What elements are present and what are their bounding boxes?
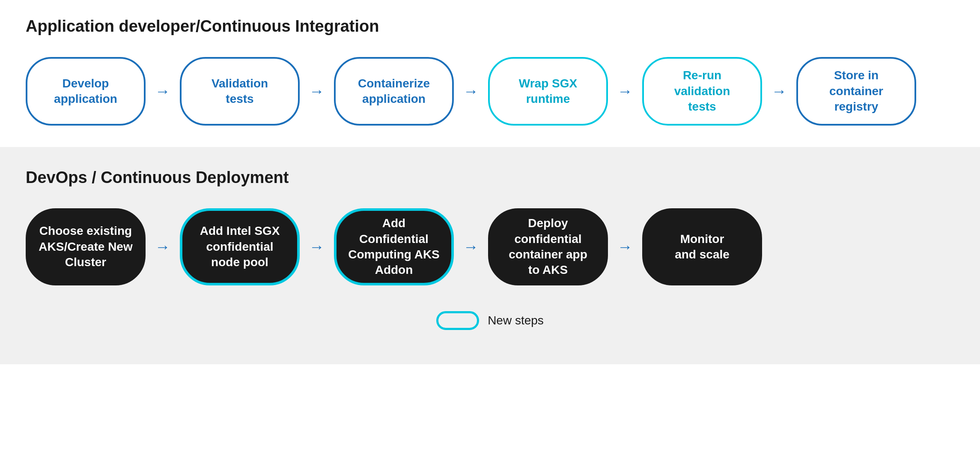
arrow-b3: → xyxy=(454,238,488,256)
bottom-flow: Choose existing AKS/Create New Cluster →… xyxy=(26,208,954,285)
node-add-cc: Add Confidential Computing AKS Addon xyxy=(334,208,454,285)
node-add-sgx: Add Intel SGX confidential node pool xyxy=(180,208,300,285)
node-deploy-app: Deploy confidential container app to AKS xyxy=(488,208,608,285)
node-develop: Develop application xyxy=(26,57,146,126)
node-monitor: Monitor and scale xyxy=(642,208,762,285)
node-choose-aks: Choose existing AKS/Create New Cluster xyxy=(26,208,146,285)
arrow-b2: → xyxy=(300,238,334,256)
top-section: Application developer/Continuous Integra… xyxy=(0,0,980,147)
legend-text: New steps xyxy=(488,314,544,327)
node-validation: Validation tests xyxy=(180,57,300,126)
arrow-1: → xyxy=(146,82,180,100)
arrow-2: → xyxy=(300,82,334,100)
arrow-b1: → xyxy=(146,238,180,256)
node-containerize: Containerize application xyxy=(334,57,454,126)
arrow-5: → xyxy=(762,82,796,100)
node-rerun-validation: Re-run validation tests xyxy=(642,57,762,126)
legend-shape xyxy=(436,311,479,330)
node-store-registry: Store in container registry xyxy=(796,57,916,126)
arrow-4: → xyxy=(608,82,642,100)
arrow-b4: → xyxy=(608,238,642,256)
bottom-section-title: DevOps / Continuous Deployment xyxy=(26,168,954,187)
legend-row: New steps xyxy=(26,311,954,330)
node-wrap-sgx: Wrap SGX runtime xyxy=(488,57,608,126)
top-section-title: Application developer/Continuous Integra… xyxy=(26,17,954,36)
top-flow: Develop application → Validation tests →… xyxy=(26,57,954,126)
bottom-section: DevOps / Continuous Deployment Choose ex… xyxy=(0,147,980,364)
arrow-3: → xyxy=(454,82,488,100)
